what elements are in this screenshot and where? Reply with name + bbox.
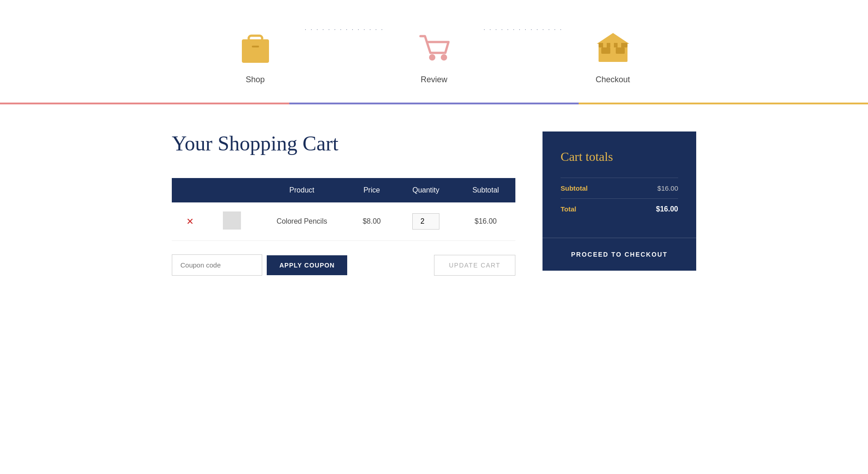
svg-rect-12	[618, 43, 621, 47]
total-value: $16.00	[656, 205, 678, 213]
apply-coupon-button[interactable]: APPLY COUPON	[267, 255, 347, 275]
col-subtotal: Subtotal	[456, 178, 515, 202]
step-checkout-label: Checkout	[595, 75, 630, 84]
product-thumbnail	[223, 211, 241, 230]
svg-rect-7	[601, 47, 610, 54]
proceed-to-checkout-button[interactable]: PROCEED TO CHECKOUT	[542, 238, 696, 271]
step-checkout[interactable]: Checkout	[572, 27, 654, 84]
step-review-label: Review	[420, 75, 447, 84]
quantity-cell	[396, 202, 456, 241]
cart-icon	[414, 27, 454, 68]
remove-cell: ✕	[172, 202, 208, 241]
cart-table: Product Price Quantity Subtotal ✕ Colore…	[172, 178, 515, 241]
svg-point-4	[441, 54, 447, 61]
svg-point-3	[429, 54, 435, 61]
coupon-input[interactable]	[172, 254, 262, 276]
dots-1: · · · · · · · · · · · · · ·	[296, 27, 394, 71]
table-row: ✕ Colored Pencils $8.00 $16.00	[172, 202, 515, 241]
cart-section: Your Shopping Cart Product Price Quantit…	[172, 131, 515, 276]
shop-icon	[235, 27, 276, 68]
step-shop-label: Shop	[245, 75, 264, 84]
product-name-cell: Colored Pencils	[256, 202, 347, 241]
col-remove	[172, 178, 208, 202]
store-icon	[593, 27, 633, 68]
total-row: Total $16.00	[561, 198, 678, 220]
step-review[interactable]: Review	[393, 27, 475, 84]
col-image	[208, 178, 256, 202]
main-content: Your Shopping Cart Product Price Quantit…	[118, 104, 750, 303]
svg-rect-8	[616, 47, 625, 54]
total-label: Total	[561, 205, 576, 213]
subtotal-value: $16.00	[657, 184, 678, 192]
subtotal-row: Subtotal $16.00	[561, 178, 678, 198]
price-cell: $8.00	[348, 202, 396, 241]
cart-totals-title: Cart totals	[561, 150, 678, 164]
page-title: Your Shopping Cart	[172, 131, 515, 155]
remove-item-button[interactable]: ✕	[186, 216, 194, 227]
table-header-row: Product Price Quantity Subtotal	[172, 178, 515, 202]
progress-divider	[0, 103, 868, 104]
svg-rect-1	[249, 36, 262, 41]
cart-totals-panel: Cart totals Subtotal $16.00 Total $16.00…	[542, 131, 696, 271]
cart-actions: APPLY COUPON UPDATE CART	[172, 254, 515, 276]
svg-rect-10	[603, 43, 607, 47]
col-quantity: Quantity	[396, 178, 456, 202]
svg-marker-6	[597, 33, 629, 44]
quantity-input[interactable]	[412, 213, 439, 230]
step-shop[interactable]: Shop	[215, 27, 296, 84]
svg-rect-0	[242, 39, 269, 63]
update-cart-button[interactable]: UPDATE CART	[434, 255, 515, 276]
subtotal-cell: $16.00	[456, 202, 515, 241]
subtotal-label: Subtotal	[561, 184, 588, 192]
svg-rect-2	[252, 46, 259, 47]
image-cell	[208, 202, 256, 241]
col-price: Price	[348, 178, 396, 202]
col-product: Product	[256, 178, 347, 202]
dots-2: · · · · · · · · · · · · · ·	[475, 27, 572, 71]
checkout-steps: Shop · · · · · · · · · · · · · · Review …	[0, 0, 868, 103]
svg-rect-11	[610, 43, 614, 47]
